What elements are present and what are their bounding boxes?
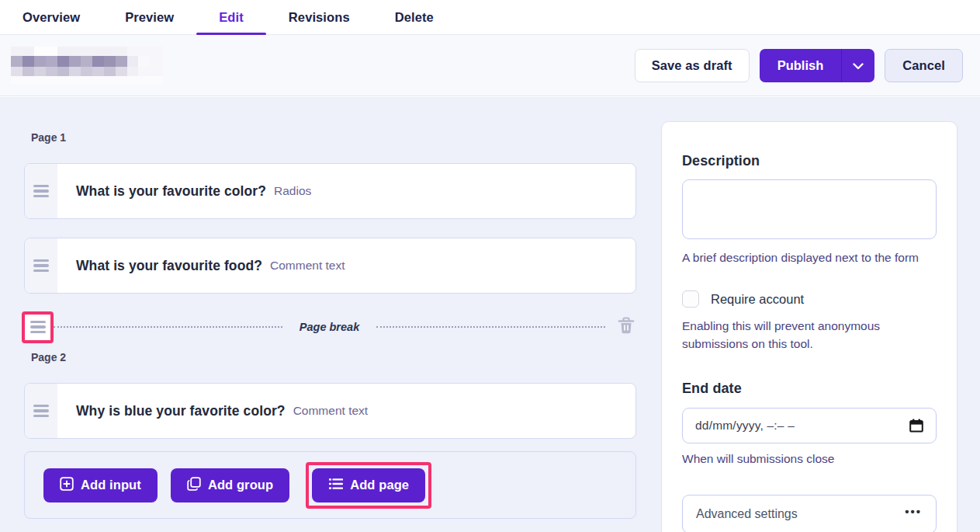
save-as-draft-button[interactable]: Save as draft bbox=[635, 49, 750, 82]
tab-delete[interactable]: Delete bbox=[372, 0, 456, 34]
add-page-annotation-highlight: Add page bbox=[306, 462, 431, 509]
question-card[interactable]: Why is blue your favorite color? Comment… bbox=[24, 383, 636, 439]
question-type-badge: Comment text bbox=[270, 259, 345, 273]
form-canvas: Page 1 What is your favourite color? Rad… bbox=[24, 97, 636, 519]
add-group-button[interactable]: Add group bbox=[171, 468, 289, 502]
advanced-settings-button[interactable]: Advanced settings ••• bbox=[682, 495, 937, 532]
page-break-dotted-line bbox=[54, 326, 282, 328]
form-editor-screen: Overview Preview Edit Revisions Delete bbox=[0, 0, 980, 532]
grip-icon bbox=[33, 183, 49, 200]
end-date-placeholder-text: dd/mm/yyyy, –:– – bbox=[695, 419, 908, 433]
publish-dropdown-button[interactable] bbox=[841, 49, 874, 82]
calendar-icon[interactable] bbox=[908, 417, 925, 434]
page-break-drag-handle-highlighted[interactable] bbox=[22, 311, 54, 343]
group-squares-icon bbox=[187, 477, 201, 494]
tab-preview[interactable]: Preview bbox=[102, 0, 196, 34]
drag-handle[interactable] bbox=[25, 164, 57, 218]
advanced-settings-label: Advanced settings bbox=[696, 507, 798, 521]
end-date-help-text: When will submissions close bbox=[682, 450, 937, 468]
question-card[interactable]: What is your favourite food? Comment tex… bbox=[24, 238, 636, 294]
tab-revisions[interactable]: Revisions bbox=[266, 0, 372, 34]
page-break-label: Page break bbox=[282, 321, 376, 333]
question-title: Why is blue your favorite color? bbox=[76, 403, 286, 419]
tab-overview[interactable]: Overview bbox=[0, 0, 102, 34]
ellipsis-menu-icon[interactable]: ••• bbox=[905, 512, 922, 516]
add-page-label: Add page bbox=[350, 478, 409, 492]
require-account-row[interactable]: Require account bbox=[682, 290, 937, 308]
top-tabbar: Overview Preview Edit Revisions Delete bbox=[0, 0, 980, 35]
list-icon bbox=[328, 477, 343, 494]
description-help-text: A brief description displayed next to th… bbox=[682, 249, 937, 266]
drag-handle[interactable] bbox=[25, 238, 57, 293]
page-break-dotted-line bbox=[376, 326, 605, 328]
question-title: What is your favourite color? bbox=[76, 183, 266, 200]
require-account-help-text: Enabling this will prevent anonymous sub… bbox=[682, 318, 907, 353]
question-type-badge: Radios bbox=[274, 184, 311, 198]
chevron-down-icon bbox=[853, 59, 864, 73]
redacted-form-title bbox=[11, 47, 163, 84]
delete-page-break-button[interactable] bbox=[616, 317, 636, 337]
page-2-label: Page 2 bbox=[31, 351, 636, 363]
grip-icon bbox=[33, 257, 49, 275]
end-date-heading: End date bbox=[682, 381, 937, 397]
tab-edit[interactable]: Edit bbox=[196, 0, 266, 34]
page-1-label: Page 1 bbox=[31, 131, 636, 144]
form-settings-panel: Description A brief description displaye… bbox=[661, 121, 957, 532]
plus-square-icon bbox=[60, 477, 74, 494]
page-break-row: Page break bbox=[24, 311, 636, 343]
trash-icon bbox=[618, 316, 635, 338]
description-heading: Description bbox=[682, 153, 937, 169]
end-date-input[interactable]: dd/mm/yyyy, –:– – bbox=[682, 408, 937, 443]
header-actions: Save as draft Publish Cancel bbox=[635, 35, 963, 96]
add-input-button[interactable]: Add input bbox=[43, 468, 158, 502]
add-actions-bar: Add input Add group bbox=[24, 451, 636, 519]
editor-main: Page 1 What is your favourite color? Rad… bbox=[0, 97, 980, 532]
add-page-button[interactable]: Add page bbox=[312, 468, 425, 502]
add-input-label: Add input bbox=[81, 478, 141, 492]
question-card[interactable]: What is your favourite color? Radios bbox=[24, 163, 636, 219]
grip-icon bbox=[30, 318, 46, 336]
add-group-label: Add group bbox=[208, 478, 273, 492]
cancel-button[interactable]: Cancel bbox=[885, 49, 963, 82]
publish-split-button: Publish bbox=[760, 49, 875, 82]
require-account-label: Require account bbox=[711, 292, 804, 307]
description-textarea[interactable] bbox=[682, 179, 937, 239]
publish-button[interactable]: Publish bbox=[760, 49, 842, 82]
question-title: What is your favourite food? bbox=[76, 258, 262, 274]
editor-header: Save as draft Publish Cancel bbox=[0, 35, 980, 96]
require-account-checkbox[interactable] bbox=[682, 290, 699, 308]
question-type-badge: Comment text bbox=[293, 404, 368, 418]
grip-icon bbox=[33, 402, 49, 420]
drag-handle[interactable] bbox=[25, 384, 57, 438]
